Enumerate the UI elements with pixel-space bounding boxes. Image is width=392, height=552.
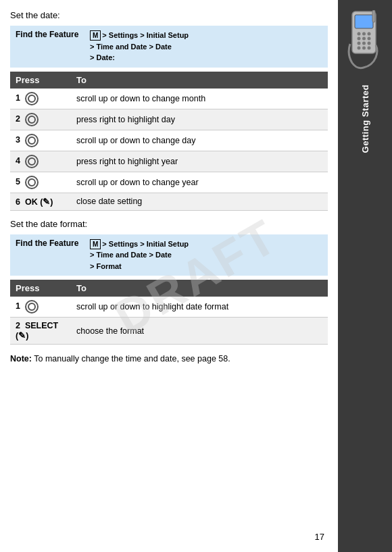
path-part1-3: > Date: — [90, 53, 115, 61]
nav-wheel-icon-s2-1 — [25, 300, 39, 313]
s2-step2-key: SELECT (✎) — [16, 321, 58, 341]
svg-point-3 — [362, 32, 366, 36]
svg-point-8 — [357, 42, 360, 45]
nav-wheel-icon-5 — [25, 176, 39, 189]
s2-step1-action: scroll up or down to highlight date form… — [71, 297, 328, 318]
s2-step2-press: 2 SELECT (✎) — [10, 318, 71, 345]
step5-num: 5 — [16, 177, 20, 186]
note-label: Note: — [10, 354, 32, 363]
table-row: 4 press right to highlight year — [10, 151, 328, 172]
path-part1-1: > Settings > Initial Setup — [102, 31, 189, 39]
note-text: To manually change the time and date, se… — [34, 354, 230, 363]
page-number: 17 — [315, 532, 324, 542]
nav-wheel-icon-1 — [25, 92, 39, 105]
step2-num: 2 — [16, 114, 20, 124]
path-part2-3: > Format — [90, 262, 122, 270]
find-feature-path-2: M> Settings > Initial Setup > Time and D… — [90, 239, 189, 272]
svg-point-6 — [362, 37, 366, 41]
step4-action: press right to highlight year — [71, 151, 328, 172]
nav-wheel-icon-2 — [25, 113, 39, 126]
step3-press: 3 — [10, 130, 71, 151]
svg-point-10 — [367, 42, 370, 45]
find-feature-path-1: M> Settings > Initial Setup > Time and D… — [90, 30, 189, 64]
step6-num: 6 — [16, 197, 20, 207]
step6-press: 6 OK (✎) — [10, 193, 71, 210]
right-sidebar: Getting Started — [338, 0, 392, 552]
find-feature-box-1: Find the Feature M> Settings > Initial S… — [10, 26, 328, 68]
path-part2-2: > Time and Date > Date — [90, 251, 172, 259]
instruction-table-2: Press To 1 scroll up or down to highligh… — [10, 280, 328, 345]
table-row: 5 scroll up or down to change year — [10, 172, 328, 193]
step4-press: 4 — [10, 151, 71, 172]
table-row: 2 SELECT (✎) choose the format — [10, 318, 328, 345]
table-row: 6 OK (✎) close date setting — [10, 193, 328, 210]
table1-header-to: To — [71, 72, 328, 89]
step5-press: 5 — [10, 172, 71, 193]
nav-wheel-icon-3 — [25, 134, 39, 147]
main-content: Set the date: Find the Feature M> Settin… — [0, 0, 338, 552]
svg-point-11 — [357, 47, 360, 50]
svg-rect-14 — [372, 10, 375, 22]
step5-action: scroll up or down to change year — [71, 172, 328, 193]
svg-point-13 — [367, 47, 370, 50]
table1-header-row: Press To — [10, 72, 328, 89]
nav-wheel-icon-4 — [25, 155, 39, 168]
step6-action: close date setting — [71, 193, 328, 210]
svg-point-12 — [362, 47, 366, 50]
step3-action: scroll up or down to change day — [71, 130, 328, 151]
s2-step2-num: 2 — [16, 321, 20, 330]
table2-header-row: Press To — [10, 280, 328, 297]
find-feature-label-2: Find the Feature — [16, 239, 90, 248]
step1-num: 1 — [16, 93, 20, 103]
instruction-table-1: Press To 1 scroll up or down to change m… — [10, 72, 328, 211]
table-row: 3 scroll up or down to change day — [10, 130, 328, 151]
section2-title: Set the date format: — [10, 219, 328, 229]
s2-step2-action: choose the format — [71, 318, 328, 345]
menu-icon-2: M — [90, 239, 101, 249]
svg-point-7 — [367, 37, 370, 41]
note-section: Note: To manually change the time and da… — [10, 353, 328, 366]
step4-num: 4 — [16, 156, 20, 166]
table2-header-press: Press — [10, 280, 71, 297]
find-feature-box-2: Find the Feature M> Settings > Initial S… — [10, 234, 328, 276]
step1-action: scroll up or down to change month — [71, 89, 328, 109]
svg-point-4 — [367, 32, 370, 36]
table2-header-to: To — [71, 280, 328, 297]
table-row: 2 press right to highlight day — [10, 109, 328, 130]
step6-key: OK (✎) — [25, 197, 53, 207]
find-feature-label-1: Find the Feature — [16, 30, 90, 39]
path-part1-2: > Time and Date > Date — [90, 43, 172, 51]
table1-header-press: Press — [10, 72, 71, 89]
phone-graphic-icon — [347, 10, 384, 71]
step2-press: 2 — [10, 109, 71, 130]
page-container: DRAFT Set the date: Find the Feature M> … — [0, 0, 392, 552]
step2-action: press right to highlight day — [71, 109, 328, 130]
table-row: 1 scroll up or down to change month — [10, 89, 328, 109]
svg-point-9 — [362, 42, 366, 45]
s2-step1-num: 1 — [16, 301, 20, 311]
svg-point-2 — [357, 32, 360, 36]
svg-rect-1 — [355, 15, 373, 28]
path-part2-1: > Settings > Initial Setup — [102, 240, 189, 248]
menu-icon-1: M — [90, 30, 101, 41]
step3-num: 3 — [16, 135, 20, 145]
section1-title: Set the date: — [10, 10, 328, 20]
s2-step1-press: 1 — [10, 297, 71, 318]
sidebar-label: Getting Started — [360, 84, 370, 153]
table-row: 1 scroll up or down to highlight date fo… — [10, 297, 328, 318]
svg-point-5 — [357, 37, 360, 41]
step1-press: 1 — [10, 89, 71, 109]
